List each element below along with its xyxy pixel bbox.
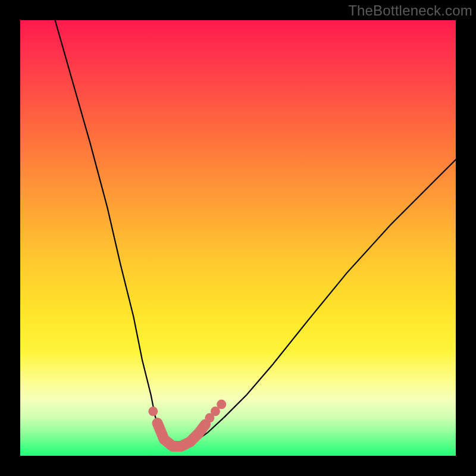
watermark-text: TheBottleneck.com (348, 2, 472, 19)
marker-curve (158, 423, 206, 446)
curves-svg (20, 20, 456, 456)
marker-dot (217, 400, 226, 409)
marker-dot (148, 406, 158, 416)
chart-frame: TheBottleneck.com (0, 0, 476, 476)
left-curve (55, 20, 177, 449)
plot-area (20, 20, 456, 456)
